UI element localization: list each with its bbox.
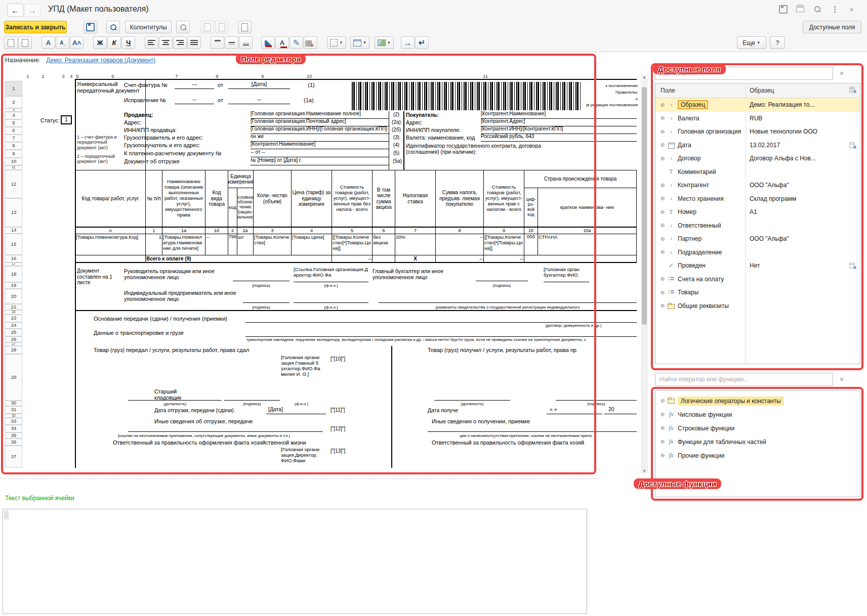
highlight-button[interactable]: ✎ (290, 36, 303, 49)
cell-line[interactable] (434, 393, 510, 401)
splitter[interactable] (0, 478, 597, 479)
cell-buyer-value[interactable]: [Контрагент.Адрес] (481, 118, 637, 126)
copy-button[interactable] (18, 36, 32, 49)
cell-buyer-value[interactable]: Российский рубль, 643 (481, 134, 637, 142)
cell-colnum[interactable]: 3 (253, 227, 292, 234)
cell-basis-note[interactable]: (договор; доверенность и др.) (510, 323, 637, 329)
row-header[interactable]: 18 (5, 266, 22, 282)
cell-seller-label[interactable]: Адрес: (124, 119, 248, 126)
row-header[interactable]: 37 (5, 446, 22, 468)
cell-buyer-value[interactable]: [Контрагент.ИНН]/[Контрагент.КПП] (481, 126, 637, 134)
cell-colnum[interactable]: 8 (435, 227, 484, 234)
cell-status-value[interactable]: 1 (61, 115, 72, 124)
cell-num[interactable]: (2б) (389, 127, 403, 134)
cell-items-header[interactable]: Коли- чество (объем) (253, 170, 292, 227)
cell-items-header[interactable]: Страна происхождения товара (524, 170, 637, 188)
purpose-link[interactable]: Демо: Реализация товаров (Документ) (46, 57, 155, 64)
bold-button[interactable]: Ж (93, 36, 107, 49)
cell-head-label[interactable]: Руководитель организации или иное уполно… (124, 268, 231, 282)
cell-seller-value[interactable]: [Головная организация.Наименование полно… (251, 111, 389, 119)
clear-format-button[interactable]: ▦✕ (304, 36, 317, 49)
col-sample-header[interactable]: Образец (750, 87, 774, 94)
row-header[interactable]: 2 (5, 96, 22, 108)
row-header[interactable]: 29 (5, 354, 22, 401)
cell-buyer-contract[interactable]: Идентификатор государственного контракта… (406, 143, 542, 158)
row-header[interactable]: 6 (5, 127, 22, 135)
cell-buyer-label[interactable]: Покупатель: (406, 112, 480, 119)
cell-num[interactable]: (5) (389, 150, 403, 157)
cell-total-value[interactable] (372, 255, 395, 263)
fill-color-button[interactable] (261, 36, 275, 49)
expand-plus-icon[interactable]: ⊕ (658, 195, 667, 202)
cell-item[interactable]: [Товары.Номенклатура.Код] (75, 234, 146, 255)
row-header[interactable]: 7 (5, 135, 22, 142)
cell-appendix[interactable]: к постановлению Правительс о (в редакции… (584, 83, 638, 107)
cell-from[interactable]: от (214, 97, 227, 104)
cell-status-legend1[interactable]: 1 – счет-фактура и передаточный документ… (77, 135, 125, 155)
cell-sign-line[interactable] (476, 267, 528, 281)
available-fields-toggle-button[interactable]: Доступные поля (803, 21, 861, 33)
col-header[interactable]: 1 (22, 74, 33, 80)
merge-cells-dropdown[interactable]: ▼ (350, 36, 369, 49)
cell-seller-label[interactable]: Документ об отгрузке (124, 158, 248, 165)
cell-seller-value[interactable]: [Головная организация.ИНН]/[Головная орг… (251, 126, 389, 134)
cell-items-header[interactable]: Сумма налога, предъяв- ляемая покупателю (435, 170, 484, 227)
more-button[interactable]: Еще▼ (737, 36, 766, 49)
col-field-header[interactable]: Поле (660, 87, 675, 94)
scroll-down-icon[interactable]: ▼ (641, 469, 648, 473)
expand-plus-icon[interactable]: ⊕ (658, 276, 667, 282)
cell-num[interactable]: (2) (389, 112, 403, 119)
cell-total[interactable] (75, 255, 146, 263)
cell-position-note[interactable]: (должность) (128, 402, 222, 407)
help-button[interactable]: ? (770, 36, 785, 49)
row-header[interactable]: 13 (5, 198, 22, 227)
cell-colnum[interactable]: 1а (162, 227, 205, 234)
cell-entrep-label[interactable]: Индивидуальный предприниматель или иное … (124, 290, 241, 304)
cell-item[interactable]: СТРАНА (538, 234, 637, 255)
cell-head-fio[interactable]: [Ссылка.Головная организация.Директор.ФИ… (294, 267, 368, 282)
col-header[interactable]: 2 (37, 74, 49, 80)
cell-claims-note[interactable]: ция о наличии/отсутствии претензии; ссыл… (460, 433, 637, 438)
row-header[interactable]: 10 (5, 158, 22, 165)
editor-vertical-scrollbar[interactable]: ▲ ▼ (641, 75, 648, 473)
row-header[interactable]: 23 (5, 315, 22, 322)
cell-colnum[interactable]: 7 (395, 227, 436, 234)
scrollbar-thumb[interactable] (642, 87, 647, 325)
close-icon[interactable]: × (847, 4, 857, 14)
row-header[interactable]: 15 (5, 234, 22, 255)
cell-item[interactable]: [[Товары.Количество]*[Товары.Цена]] (332, 234, 373, 255)
cell-colnum[interactable]: 10 (524, 227, 538, 234)
row-header[interactable]: 14 (5, 227, 22, 234)
cell-total-x[interactable]: X (395, 255, 436, 263)
cell-resp-right[interactable]: Ответственный за правильность оформления… (432, 439, 637, 447)
cell-ref10[interactable]: ["[10]"] (331, 356, 356, 363)
cell-transport-note[interactable]: транспортная накладная, поручение экспед… (246, 337, 637, 342)
fields-search-close-icon[interactable]: × (836, 68, 847, 79)
field-row[interactable]: ⊕›Подразделение (655, 246, 860, 259)
cell-item[interactable]: 1 (145, 234, 162, 255)
cell-line[interactable] (128, 393, 222, 401)
row-header[interactable]: 3 (5, 108, 22, 112)
cell-item[interactable]: [Товары.Номенклатура.Наименование для пе… (162, 234, 205, 255)
cell-status-legend2[interactable]: 2 – передаточный документ (акт) (77, 154, 125, 168)
align-right-button[interactable] (173, 36, 187, 49)
row-header[interactable]: 35 (5, 432, 22, 438)
expand-plus-icon[interactable]: ⊕ (658, 155, 667, 162)
picture-dropdown[interactable]: ▼ (375, 36, 394, 49)
cell-buyer-label[interactable]: Адрес: (406, 119, 480, 126)
cell-colnum[interactable]: 9 (483, 227, 524, 234)
cell-num[interactable]: (5а) (389, 158, 405, 165)
field-row[interactable]: ⊕Дата13.02.2017 (655, 139, 860, 152)
cell-colnum[interactable]: 5 (332, 227, 373, 234)
row-header[interactable]: 25 (5, 329, 22, 336)
borders-dropdown[interactable]: ▼ (327, 36, 346, 49)
text-orientation-button[interactable]: → (401, 36, 415, 49)
expand-plus-icon[interactable]: ⊕ (658, 411, 667, 418)
cell-colnum[interactable]: 4 (291, 227, 332, 234)
align-left-button[interactable] (145, 36, 158, 49)
field-row[interactable]: ⊕Товары (655, 286, 860, 299)
cell-total-value[interactable]: -- (483, 255, 524, 263)
save-close-button[interactable]: Записать и закрыть (4, 21, 67, 33)
row-header[interactable]: 12 (5, 170, 22, 198)
cell-sign-line[interactable] (243, 289, 290, 303)
